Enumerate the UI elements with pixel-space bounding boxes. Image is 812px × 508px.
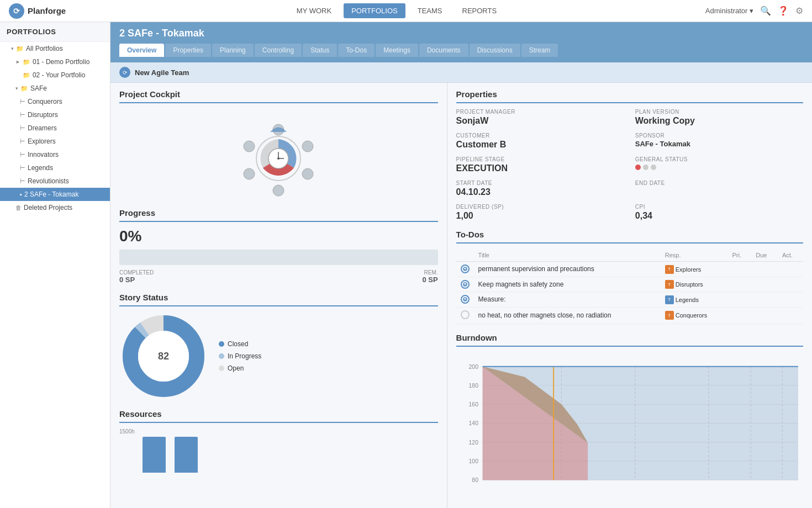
th-resp: Resp. [661,249,728,262]
status-dot-red [635,165,641,170]
tab-discussions[interactable]: Discussions [470,44,520,57]
tab-todos[interactable]: To-Dos [338,44,375,57]
resp-icon: T [665,295,674,304]
project-title: 2 SAFe - Tokamak [119,28,803,39]
sidebar-item-innovators[interactable]: ⊢ Innovators [0,148,110,161]
todo-circle-icon[interactable] [461,295,470,304]
sidebar-item-legends[interactable]: ⊢ Legends [0,161,110,174]
story-status-header: Story Status [119,293,438,306]
todo-check [456,277,474,292]
svg-text:180: 180 [468,382,478,388]
sidebar-item-demo-portfolio[interactable]: ► 📁 01 - Demo Portfolio [0,55,110,68]
tab-overview[interactable]: Overview [119,44,164,57]
todo-circle-icon-empty[interactable] [461,310,470,319]
sub-header-text: New Agile Team [135,68,189,77]
cockpit-svg [218,114,339,203]
legend-closed: Closed [219,340,261,348]
settings-icon[interactable]: ⚙ [795,6,803,16]
th-pri: Pri. [728,249,752,262]
expand-icon: ▾ [15,86,18,91]
todo-due [751,262,778,277]
legend-closed-dot [219,341,224,347]
main-layout: PORTFOLIOS ▾ 📁 All Portfolios ► 📁 01 - D… [0,22,812,508]
sidebar-item-explorers[interactable]: ⊢ Explorers [0,135,110,148]
nav-portfolios[interactable]: PORTFOLIOS [344,3,405,18]
folder-icon: 📁 [20,85,28,92]
sidebar-label: All Portfolios [26,45,63,52]
svg-point-6 [302,141,313,152]
svg-text:120: 120 [468,439,478,445]
inner-content: ⟳ New Agile Team Project Cockpit [110,62,812,508]
help-icon[interactable]: ❓ [778,6,789,16]
sidebar-label: Explorers [28,137,56,145]
remaining-label: REM. [422,269,437,276]
project-icon: ⊢ [20,125,25,132]
nav-reports[interactable]: REPORTS [455,3,505,18]
th-due: Due [751,249,778,262]
todo-circle-icon[interactable] [461,280,470,289]
tab-controlling[interactable]: Controlling [255,44,302,57]
resources-bars [143,437,438,473]
svg-text:200: 200 [468,363,478,369]
legend-inprogress-label: In Progress [228,352,261,360]
expand-icon: ► [15,59,20,65]
todo-pri [728,292,752,308]
remaining-value: 0 SP [422,276,437,284]
todo-resp: T Legends [661,292,728,308]
svg-point-7 [302,168,313,179]
sidebar-label: Legends [28,164,53,172]
todo-circle-icon[interactable] [461,264,470,273]
tab-properties[interactable]: Properties [165,44,211,57]
left-column: Project Cockpit [110,83,447,508]
search-icon[interactable]: 🔍 [760,6,771,16]
svg-point-10 [244,141,255,152]
user-menu[interactable]: Administrator ▾ [705,7,753,15]
tab-meetings[interactable]: Meetings [376,44,418,57]
tab-stream[interactable]: Stream [521,44,558,57]
sidebar-item-deleted-projects[interactable]: 🗑 Deleted Projects [0,201,110,214]
nav-links: MY WORK PORTFOLIOS TEAMS REPORTS [88,3,705,18]
nav-teams[interactable]: TEAMS [410,3,450,18]
project-icon: ⊢ [20,138,25,145]
table-row: permanent supervision and precautions T … [456,262,803,277]
bar-group-2 [175,437,198,473]
nav-my-work[interactable]: MY WORK [289,3,339,18]
remaining-info: REM. 0 SP [422,269,437,284]
sidebar-item-dreamers[interactable]: ⊢ Dreamers [0,121,110,135]
sidebar-item-all-portfolios[interactable]: ▾ 📁 All Portfolios [0,42,110,55]
sidebar-item-tokamak[interactable]: ▪ 2 SAFe - Tokamak [0,188,110,201]
resp-badge: T Conquerors [665,311,707,320]
resp-icon: T [665,280,674,289]
todo-due [751,307,778,324]
completed-value: 0 SP [119,276,154,284]
sidebar-label: 2 SAFe - Tokamak [24,190,78,198]
todo-pri [728,262,752,277]
status-dot-gray-1 [643,165,648,170]
todo-check [456,262,474,277]
tab-status[interactable]: Status [303,44,337,57]
pv-value: Working Copy [635,116,803,126]
todo-due [751,292,778,308]
bar-1 [143,437,166,473]
prop-general-status: GENERAL STATUS [635,156,803,173]
sidebar-item-safe[interactable]: ▾ 📁 SAFe [0,82,110,95]
overview-columns: Project Cockpit [110,83,812,508]
sidebar-label: Deleted Projects [24,204,72,211]
completed-info: COMPLETED 0 SP [119,269,154,284]
sidebar-item-your-portfolio[interactable]: ► 📁 02 - Your Portfolio [0,68,110,82]
sidebar-item-disruptors[interactable]: ⊢ Disruptors [0,108,110,121]
legend-closed-label: Closed [228,340,248,348]
sidebar-item-revolutionists[interactable]: ⊢ Revolutionists [0,174,110,188]
tab-documents[interactable]: Documents [419,44,468,57]
sidebar-item-conquerors[interactable]: ⊢ Conquerors [0,95,110,108]
th-check [456,249,474,262]
tab-planning[interactable]: Planning [212,44,254,57]
prop-plan-version: PLAN VERSION Working Copy [635,109,803,126]
sidebar-label: Conquerors [28,98,62,105]
prop-project-manager: PROJECT MANAGER SonjaW [456,109,624,126]
cust-label: CUSTOMER [456,133,624,139]
project-icon: ⊢ [20,112,25,119]
resources-y-label: 1500h [119,428,135,435]
prop-start-date: START DATE 04.10.23 [456,180,624,197]
prop-sponsor: SPONSOR SAFe - Tokamak [635,133,803,150]
